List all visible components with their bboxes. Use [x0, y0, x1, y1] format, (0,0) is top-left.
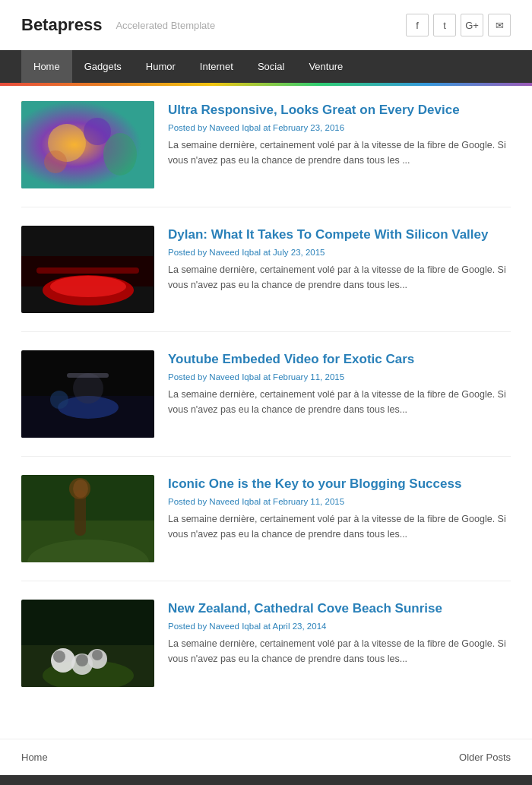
post-thumbnail	[21, 350, 154, 438]
nav-internet[interactable]: Internet	[188, 50, 245, 83]
twitter-icon[interactable]: t	[433, 14, 456, 36]
post-author[interactable]: Naveed Iqbal	[209, 123, 263, 132]
post-date: February 11, 2015	[273, 372, 344, 381]
post-meta-mid: at	[263, 372, 273, 381]
post-meta-prefix: Posted by	[168, 372, 209, 381]
post-item: Ultra Responsive, Looks Great on Every D…	[21, 101, 511, 207]
post-author[interactable]: Naveed Iqbal	[209, 372, 263, 381]
svg-rect-9	[36, 267, 139, 274]
site-header: Betapress Accelerated Btemplate f t G+ ✉	[0, 0, 532, 50]
post-date: February 23, 2016	[273, 123, 344, 132]
post-title[interactable]: New Zealand, Cathedral Cove Beach Sunris…	[168, 600, 511, 618]
post-excerpt: La semaine dernière, certainement volé p…	[168, 636, 511, 666]
main-content: Ultra Responsive, Looks Great on Every D…	[0, 86, 532, 739]
post-item: New Zealand, Cathedral Cove Beach Sunris…	[21, 600, 511, 705]
post-date: April 23, 2014	[272, 622, 326, 631]
nav-home[interactable]: Home	[21, 50, 72, 83]
post-title[interactable]: Youtube Embeded Video for Exotic Cars	[168, 350, 511, 369]
svg-point-15	[50, 391, 68, 409]
post-meta-prefix: Posted by	[168, 123, 209, 132]
post-excerpt: La semaine dernière, certainement volé p…	[168, 511, 511, 542]
pagination: Home Older Posts	[0, 739, 532, 775]
svg-point-3	[103, 133, 137, 176]
post-meta-mid: at	[263, 622, 272, 631]
post-thumbnail	[21, 475, 154, 562]
site-tagline: Accelerated Btemplate	[116, 20, 215, 31]
svg-point-28	[53, 650, 65, 663]
svg-rect-14	[67, 373, 109, 378]
googleplus-icon[interactable]: G+	[461, 14, 483, 36]
nav-humor[interactable]: Humor	[134, 50, 188, 83]
post-item: Iconic One is the Key to your Blogging S…	[21, 475, 511, 581]
post-content: Iconic One is the Key to your Blogging S…	[168, 475, 511, 562]
nav-social[interactable]: Social	[245, 50, 296, 83]
post-thumbnail	[21, 600, 154, 687]
post-thumbnail	[21, 226, 154, 313]
post-content: Dylan: What It Takes To Compete With Sil…	[168, 226, 511, 313]
post-excerpt: La semaine dernière, certainement volé p…	[168, 387, 511, 417]
svg-point-2	[84, 118, 111, 145]
pagination-older[interactable]: Older Posts	[459, 752, 511, 763]
post-content: Ultra Responsive, Looks Great on Every D…	[168, 101, 511, 188]
post-title[interactable]: Dylan: What It Takes To Compete With Sil…	[168, 226, 511, 244]
svg-point-4	[44, 150, 67, 173]
svg-point-8	[50, 276, 126, 297]
post-meta: Posted by Naveed Iqbal at July 23, 2015	[168, 248, 511, 257]
post-excerpt: La semaine dernière, certainement volé p…	[168, 138, 511, 168]
facebook-icon[interactable]: f	[406, 14, 429, 36]
main-nav: Home Gadgets Humor Internet Social Ventu…	[0, 50, 532, 83]
post-author[interactable]: Naveed Iqbal	[209, 622, 263, 631]
post-thumbnail	[21, 101, 154, 188]
social-icons: f t G+ ✉	[406, 14, 511, 36]
post-item: Dylan: What It Takes To Compete With Sil…	[21, 226, 511, 332]
post-meta: Posted by Naveed Iqbal at February 11, 2…	[168, 372, 511, 381]
post-date: July 23, 2015	[273, 248, 325, 257]
nav-gadgets[interactable]: Gadgets	[72, 50, 134, 83]
post-meta-mid: at	[263, 497, 273, 506]
post-title[interactable]: Ultra Responsive, Looks Great on Every D…	[168, 101, 511, 119]
svg-point-30	[92, 650, 103, 660]
post-excerpt: La semaine dernière, certainement volé p…	[168, 262, 511, 293]
post-meta-mid: at	[263, 248, 273, 257]
post-meta-prefix: Posted by	[168, 248, 209, 257]
nav-venture[interactable]: Venture	[296, 50, 355, 83]
pagination-home[interactable]: Home	[21, 752, 48, 763]
post-meta-prefix: Posted by	[168, 497, 209, 506]
post-meta: Posted by Naveed Iqbal at February 23, 2…	[168, 123, 511, 132]
site-title: Betapress	[21, 15, 102, 35]
header-left: Betapress Accelerated Btemplate	[21, 15, 215, 35]
post-meta-mid: at	[263, 123, 273, 132]
post-item: Youtube Embeded Video for Exotic Cars Po…	[21, 350, 511, 457]
post-meta: Posted by Naveed Iqbal at April 23, 2014	[168, 622, 511, 631]
post-meta-prefix: Posted by	[168, 622, 209, 631]
site-footer: About us Short description of you blog c…	[0, 775, 532, 785]
email-icon[interactable]: ✉	[488, 14, 511, 36]
post-author[interactable]: Naveed Iqbal	[209, 497, 263, 506]
post-content: Youtube Embeded Video for Exotic Cars Po…	[168, 350, 511, 438]
post-meta: Posted by Naveed Iqbal at February 11, 2…	[168, 497, 511, 506]
post-date: February 11, 2015	[273, 497, 344, 506]
svg-point-21	[73, 480, 88, 498]
post-author[interactable]: Naveed Iqbal	[209, 248, 263, 257]
post-title[interactable]: Iconic One is the Key to your Blogging S…	[168, 475, 511, 493]
svg-point-29	[76, 654, 88, 666]
post-content: New Zealand, Cathedral Cove Beach Sunris…	[168, 600, 511, 687]
